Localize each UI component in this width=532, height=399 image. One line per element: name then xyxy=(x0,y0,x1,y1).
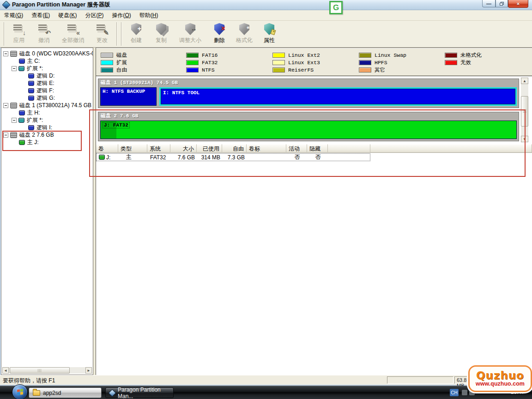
partition-block-h[interactable]: H: NTFS BACKUP xyxy=(100,87,157,106)
partition-icon xyxy=(28,125,34,130)
changes-icon: ✎ xyxy=(95,23,109,36)
copy-icon xyxy=(154,23,168,36)
legend-item: 未格式化 xyxy=(445,51,482,59)
undo-icon: ↶ xyxy=(37,23,51,36)
tray-icon[interactable] xyxy=(462,390,467,395)
tree-item-label: 逻辑 D: xyxy=(36,72,54,80)
toolbar-separator xyxy=(116,22,117,46)
menu-help[interactable]: 帮助(H) xyxy=(135,10,163,21)
menu-bar: 常规(G) 查看(E) 硬盘(K) 分区(P) 操作(O) 帮助(H) xyxy=(0,10,532,21)
properties-icon xyxy=(262,23,276,36)
disk1-title: 磁盘 1 (ST380021A) 74.5 GB xyxy=(98,79,519,86)
scrollbar-thumb[interactable] xyxy=(10,367,70,374)
collapse-icon[interactable] xyxy=(3,103,8,108)
tree-item-label: 磁盘 1 (ST380021A) 74.5 GB xyxy=(19,102,91,109)
paragon-icon xyxy=(109,389,116,397)
legend-swatch xyxy=(186,53,199,58)
window-controls: — × xyxy=(482,0,528,8)
disk1-strip: 磁盘 1 (ST380021A) 74.5 GB H: NTFS BACKUP … xyxy=(98,79,519,108)
screen-capture-overlay-icon[interactable]: G xyxy=(329,1,343,14)
tree-item-logical-g[interactable]: 逻辑 G: xyxy=(1,94,93,102)
resize-button[interactable]: ↔ 调整大小 xyxy=(174,21,207,47)
windows-logo-icon xyxy=(17,389,24,396)
collapse-icon[interactable] xyxy=(12,66,17,71)
start-button[interactable] xyxy=(12,384,28,399)
tree-item-label: 主 C: xyxy=(27,57,40,65)
delete-button[interactable]: × 删除 xyxy=(207,21,232,47)
taskbar-button-paragon[interactable]: Paragon Partition Man... xyxy=(105,387,174,398)
annotation-box-disk2-details xyxy=(89,109,526,177)
legend-swatch xyxy=(186,60,199,65)
legend-swatch xyxy=(272,53,285,58)
toolbar-separator xyxy=(4,22,5,46)
legend-column: 未格式化 无效 xyxy=(445,51,482,66)
status-help-text: 要获得帮助，请按 F1 xyxy=(3,377,55,385)
properties-button[interactable]: 属性 xyxy=(257,21,282,47)
tree-item-label: 逻辑 I: xyxy=(36,124,52,132)
tree-item-primary-c[interactable]: 主 C: xyxy=(1,57,93,65)
taskbar-button-app2sd[interactable]: app2sd xyxy=(29,387,102,398)
menu-view[interactable]: 查看(E) xyxy=(27,10,54,21)
tree-item-label: 扩展 *: xyxy=(27,116,43,124)
legend-swatch xyxy=(186,67,199,73)
menu-general[interactable]: 常规(G) xyxy=(0,10,27,21)
menu-operation[interactable]: 操作(O) xyxy=(108,10,135,21)
tree-item-logical-f[interactable]: 逻辑 F: xyxy=(1,87,93,94)
scroll-right-icon[interactable]: ► xyxy=(85,367,92,374)
collapse-icon[interactable] xyxy=(12,118,17,123)
tree-item-extended-0[interactable]: 扩展 *: xyxy=(1,65,93,72)
changes-button[interactable]: ✎ 更改 xyxy=(90,21,115,47)
tree-item-disk1[interactable]: 磁盘 1 (ST380021A) 74.5 GB xyxy=(1,102,93,109)
scroll-up-icon[interactable]: ▲ xyxy=(521,78,528,84)
watermark-title: Quzhuo xyxy=(476,370,524,381)
copy-button[interactable]: 复制 xyxy=(149,21,174,47)
legend-column: Linux Swap HPFS 其它 xyxy=(359,51,406,73)
create-button[interactable]: + 创建 xyxy=(124,21,149,47)
partition-icon xyxy=(28,81,34,86)
tree-item-disk0[interactable]: 磁盘 0 (WDC WD3200AAKS-00B3 xyxy=(1,50,93,57)
tree-item-extended-1[interactable]: 扩展 *: xyxy=(1,116,93,124)
tree-item-label: 主 H: xyxy=(27,109,40,117)
legend-item: 扩展 xyxy=(101,59,127,66)
scroll-left-icon[interactable]: ◄ xyxy=(2,367,9,374)
collapse-icon[interactable] xyxy=(3,51,8,56)
tree-item-label: 磁盘 0 (WDC WD3200AAKS-00B3 xyxy=(19,50,93,58)
undo-button[interactable]: ↶ 撤消 xyxy=(31,21,56,47)
menu-partition[interactable]: 分区(P) xyxy=(81,10,108,21)
legend-item: Linux Ext3 xyxy=(272,59,320,66)
legend-item: HPFS xyxy=(359,59,406,66)
tree-item-primary-h[interactable]: 主 H: xyxy=(1,109,93,116)
legend-swatch xyxy=(445,53,457,58)
legend-item: Linux Swap xyxy=(359,51,406,59)
tree-item-logical-e[interactable]: 逻辑 E: xyxy=(1,79,93,87)
legend-column: 磁盘 扩展 自由 xyxy=(101,51,127,73)
legend-swatch xyxy=(359,53,371,58)
apply-button[interactable]: ↓ 应用 xyxy=(6,21,31,47)
language-indicator[interactable]: CH xyxy=(450,389,459,396)
partition-icon xyxy=(28,96,34,101)
partition-icon xyxy=(19,59,25,64)
legend-item: ReiserFS xyxy=(272,66,320,73)
legend-swatch xyxy=(101,60,113,65)
legend-item: FAT16 xyxy=(186,51,218,59)
watermark-url: www.quzhuo.com xyxy=(476,381,525,387)
partition-icon xyxy=(28,88,34,93)
taskbar: app2sd Paragon Partition Man... CH 23:47 xyxy=(0,386,532,399)
partition-icon xyxy=(18,118,24,123)
format-button[interactable]: * 格式化 xyxy=(232,21,257,47)
toolbar-separator xyxy=(121,22,122,46)
tree-item-logical-i[interactable]: 逻辑 I: xyxy=(1,124,93,131)
restore-button[interactable] xyxy=(496,0,508,7)
tree-horizontal-scrollbar[interactable]: ◄ ► xyxy=(2,367,92,374)
menu-disk[interactable]: 硬盘(K) xyxy=(54,10,81,21)
undo-all-button[interactable]: « 全部撤消 xyxy=(56,21,90,47)
partition-block-i[interactable]: I: NTFS TOOL xyxy=(161,89,515,104)
legend-item: 磁盘 xyxy=(101,51,127,59)
tree-item-logical-d[interactable]: 逻辑 D: xyxy=(1,72,93,79)
close-button[interactable]: × xyxy=(508,0,528,8)
tree-item-label: 逻辑 F: xyxy=(36,87,54,95)
undo-all-icon: « xyxy=(66,23,80,36)
legend-item: FAT32 xyxy=(186,59,218,66)
legend-swatch xyxy=(101,67,113,73)
minimize-button[interactable]: — xyxy=(482,0,496,7)
